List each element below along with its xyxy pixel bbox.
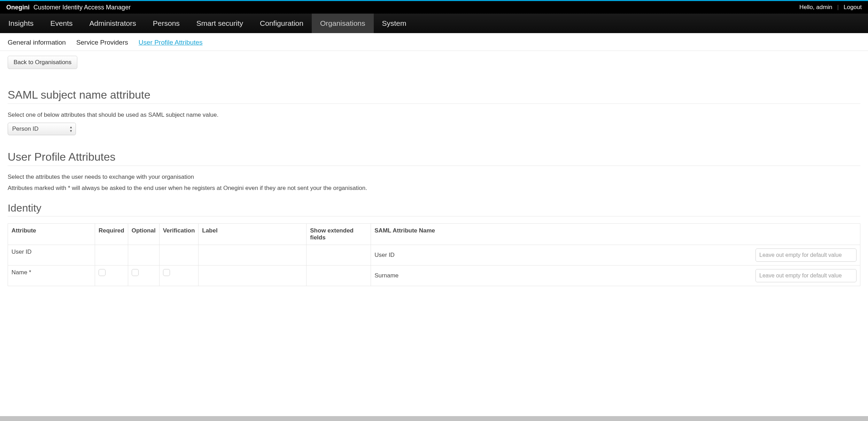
sub-tabs: General information Service Providers Us…	[0, 33, 868, 51]
nav-administrators[interactable]: Administrators	[81, 14, 145, 33]
cell-extended	[307, 245, 371, 266]
section-saml-subject-desc: Select one of below attributes that shou…	[8, 112, 860, 118]
greeting: Hello, admin	[799, 4, 832, 11]
nav-organisations[interactable]: Organisations	[312, 14, 374, 33]
user-area: Hello, admin | Logout	[799, 4, 862, 11]
tab-service-providers[interactable]: Service Providers	[76, 39, 128, 46]
content: Back to Organisations SAML subject name …	[0, 51, 868, 306]
brand-name: Onegini	[6, 4, 30, 11]
cell-extended	[307, 266, 371, 286]
cell-optional	[128, 245, 159, 266]
table-row: Name * Surname	[8, 266, 860, 286]
brand-sub: Customer Identity Access Manager	[33, 4, 131, 11]
col-verification: Verification	[159, 224, 199, 245]
col-optional: Optional	[128, 224, 159, 245]
identity-table: Attribute Required Optional Verification…	[8, 223, 860, 286]
tab-general-information[interactable]: General information	[8, 39, 66, 46]
back-to-organisations-button[interactable]: Back to Organisations	[8, 56, 77, 69]
cell-label	[199, 266, 307, 286]
nav-persons[interactable]: Persons	[145, 14, 188, 33]
cell-saml: Surname	[371, 266, 860, 286]
cell-optional	[128, 266, 159, 286]
cell-verification	[159, 245, 199, 266]
verification-checkbox[interactable]	[163, 269, 170, 276]
section-user-profile-attributes-desc2: Attributes marked with * will always be …	[8, 185, 860, 192]
saml-attr-label: Surname	[374, 272, 430, 279]
nav-system[interactable]: System	[374, 14, 415, 33]
top-bar: Onegini Customer Identity Access Manager…	[0, 1, 868, 14]
separator: |	[837, 4, 839, 11]
col-saml-attribute-name: SAML Attribute Name	[371, 224, 860, 245]
viewport[interactable]: General information Service Providers Us…	[0, 33, 868, 421]
saml-attr-label: User ID	[374, 252, 430, 259]
logout-link[interactable]: Logout	[844, 4, 862, 11]
main-nav: Insights Events Administrators Persons S…	[0, 14, 868, 33]
identity-title: Identity	[8, 202, 860, 216]
col-required: Required	[95, 224, 128, 245]
cell-saml: User ID	[371, 245, 860, 266]
saml-attr-input[interactable]	[755, 269, 857, 282]
brand: Onegini Customer Identity Access Manager	[6, 4, 131, 11]
cell-required	[95, 245, 128, 266]
identity-table-header-row: Attribute Required Optional Verification…	[8, 224, 860, 245]
optional-checkbox[interactable]	[132, 269, 139, 276]
table-row: User ID User ID	[8, 245, 860, 266]
horizontal-scrollbar[interactable]	[0, 416, 868, 421]
saml-subject-select[interactable]: Person ID ▴▾	[8, 123, 76, 135]
saml-subject-selected: Person ID	[12, 125, 39, 132]
required-checkbox[interactable]	[99, 269, 106, 276]
col-attribute: Attribute	[8, 224, 95, 245]
chevron-updown-icon: ▴▾	[70, 125, 72, 133]
section-user-profile-attributes-desc1: Select the attributes the user needs to …	[8, 174, 860, 181]
cell-attribute: Name *	[8, 266, 95, 286]
section-saml-subject-title: SAML subject name attribute	[8, 89, 860, 104]
nav-insights[interactable]: Insights	[0, 14, 42, 33]
col-label: Label	[199, 224, 307, 245]
col-show-extended-fields: Show extended fields	[307, 224, 371, 245]
tab-user-profile-attributes[interactable]: User Profile Attributes	[139, 39, 203, 46]
section-user-profile-attributes-title: User Profile Attributes	[8, 151, 860, 166]
nav-smart-security[interactable]: Smart security	[188, 14, 251, 33]
cell-label	[199, 245, 307, 266]
nav-events[interactable]: Events	[42, 14, 81, 33]
cell-attribute: User ID	[8, 245, 95, 266]
cell-required	[95, 266, 128, 286]
saml-attr-input[interactable]	[755, 248, 857, 262]
nav-configuration[interactable]: Configuration	[251, 14, 312, 33]
cell-verification	[159, 266, 199, 286]
